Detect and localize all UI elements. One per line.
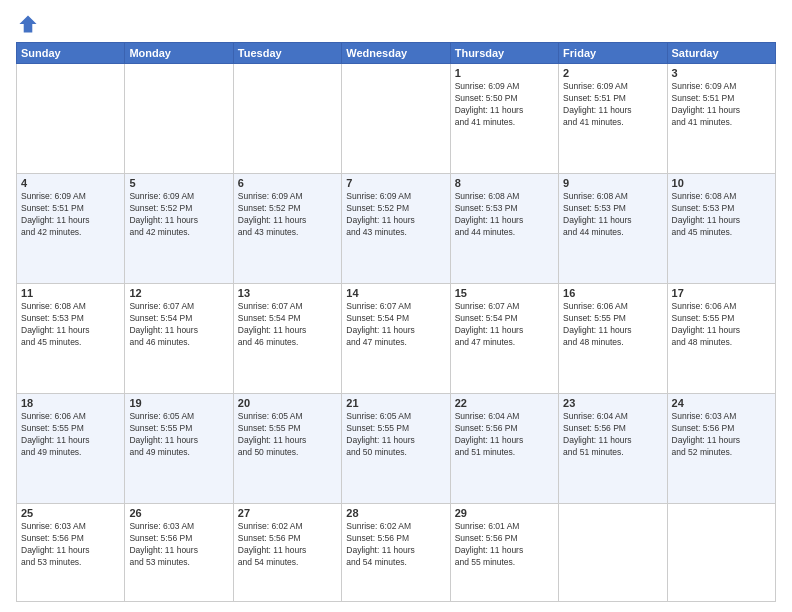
day-number: 13: [238, 287, 337, 299]
calendar-cell: [233, 64, 341, 174]
header-cell-wednesday: Wednesday: [342, 43, 450, 64]
calendar-cell: [342, 64, 450, 174]
day-number: 16: [563, 287, 662, 299]
day-info: Sunrise: 6:09 AMSunset: 5:51 PMDaylight:…: [672, 81, 771, 129]
calendar-cell: 9Sunrise: 6:08 AMSunset: 5:53 PMDaylight…: [559, 174, 667, 284]
calendar-cell: 7Sunrise: 6:09 AMSunset: 5:52 PMDaylight…: [342, 174, 450, 284]
day-number: 21: [346, 397, 445, 409]
day-info: Sunrise: 6:08 AMSunset: 5:53 PMDaylight:…: [21, 301, 120, 349]
calendar-cell: 5Sunrise: 6:09 AMSunset: 5:52 PMDaylight…: [125, 174, 233, 284]
calendar-cell: [125, 64, 233, 174]
day-number: 17: [672, 287, 771, 299]
calendar-cell: 18Sunrise: 6:06 AMSunset: 5:55 PMDayligh…: [17, 394, 125, 504]
calendar-cell: [559, 504, 667, 602]
calendar-cell: 13Sunrise: 6:07 AMSunset: 5:54 PMDayligh…: [233, 284, 341, 394]
calendar-cell: 3Sunrise: 6:09 AMSunset: 5:51 PMDaylight…: [667, 64, 775, 174]
calendar-cell: 14Sunrise: 6:07 AMSunset: 5:54 PMDayligh…: [342, 284, 450, 394]
day-info: Sunrise: 6:07 AMSunset: 5:54 PMDaylight:…: [238, 301, 337, 349]
header-cell-sunday: Sunday: [17, 43, 125, 64]
calendar-cell: 27Sunrise: 6:02 AMSunset: 5:56 PMDayligh…: [233, 504, 341, 602]
day-number: 7: [346, 177, 445, 189]
day-number: 8: [455, 177, 554, 189]
week-row-3: 18Sunrise: 6:06 AMSunset: 5:55 PMDayligh…: [17, 394, 776, 504]
day-number: 27: [238, 507, 337, 519]
calendar-cell: 19Sunrise: 6:05 AMSunset: 5:55 PMDayligh…: [125, 394, 233, 504]
day-number: 28: [346, 507, 445, 519]
calendar: SundayMondayTuesdayWednesdayThursdayFrid…: [16, 42, 776, 602]
day-info: Sunrise: 6:09 AMSunset: 5:52 PMDaylight:…: [129, 191, 228, 239]
header-cell-friday: Friday: [559, 43, 667, 64]
calendar-cell: 11Sunrise: 6:08 AMSunset: 5:53 PMDayligh…: [17, 284, 125, 394]
day-info: Sunrise: 6:08 AMSunset: 5:53 PMDaylight:…: [672, 191, 771, 239]
day-info: Sunrise: 6:09 AMSunset: 5:52 PMDaylight:…: [346, 191, 445, 239]
day-info: Sunrise: 6:03 AMSunset: 5:56 PMDaylight:…: [129, 521, 228, 569]
day-info: Sunrise: 6:07 AMSunset: 5:54 PMDaylight:…: [129, 301, 228, 349]
day-number: 2: [563, 67, 662, 79]
day-info: Sunrise: 6:07 AMSunset: 5:54 PMDaylight:…: [346, 301, 445, 349]
day-number: 29: [455, 507, 554, 519]
day-number: 11: [21, 287, 120, 299]
header-cell-monday: Monday: [125, 43, 233, 64]
calendar-body: 1Sunrise: 6:09 AMSunset: 5:50 PMDaylight…: [17, 64, 776, 602]
calendar-cell: [17, 64, 125, 174]
header-row: SundayMondayTuesdayWednesdayThursdayFrid…: [17, 43, 776, 64]
calendar-cell: 28Sunrise: 6:02 AMSunset: 5:56 PMDayligh…: [342, 504, 450, 602]
header: [16, 12, 776, 36]
day-number: 10: [672, 177, 771, 189]
day-info: Sunrise: 6:05 AMSunset: 5:55 PMDaylight:…: [129, 411, 228, 459]
week-row-2: 11Sunrise: 6:08 AMSunset: 5:53 PMDayligh…: [17, 284, 776, 394]
week-row-0: 1Sunrise: 6:09 AMSunset: 5:50 PMDaylight…: [17, 64, 776, 174]
header-cell-thursday: Thursday: [450, 43, 558, 64]
day-info: Sunrise: 6:09 AMSunset: 5:52 PMDaylight:…: [238, 191, 337, 239]
calendar-cell: 15Sunrise: 6:07 AMSunset: 5:54 PMDayligh…: [450, 284, 558, 394]
day-info: Sunrise: 6:06 AMSunset: 5:55 PMDaylight:…: [21, 411, 120, 459]
calendar-cell: 4Sunrise: 6:09 AMSunset: 5:51 PMDaylight…: [17, 174, 125, 284]
day-number: 1: [455, 67, 554, 79]
calendar-cell: 12Sunrise: 6:07 AMSunset: 5:54 PMDayligh…: [125, 284, 233, 394]
day-number: 6: [238, 177, 337, 189]
day-info: Sunrise: 6:02 AMSunset: 5:56 PMDaylight:…: [346, 521, 445, 569]
day-info: Sunrise: 6:08 AMSunset: 5:53 PMDaylight:…: [455, 191, 554, 239]
day-info: Sunrise: 6:04 AMSunset: 5:56 PMDaylight:…: [563, 411, 662, 459]
day-info: Sunrise: 6:06 AMSunset: 5:55 PMDaylight:…: [563, 301, 662, 349]
day-info: Sunrise: 6:06 AMSunset: 5:55 PMDaylight:…: [672, 301, 771, 349]
calendar-cell: 16Sunrise: 6:06 AMSunset: 5:55 PMDayligh…: [559, 284, 667, 394]
calendar-cell: 10Sunrise: 6:08 AMSunset: 5:53 PMDayligh…: [667, 174, 775, 284]
day-info: Sunrise: 6:04 AMSunset: 5:56 PMDaylight:…: [455, 411, 554, 459]
day-info: Sunrise: 6:05 AMSunset: 5:55 PMDaylight:…: [238, 411, 337, 459]
day-info: Sunrise: 6:08 AMSunset: 5:53 PMDaylight:…: [563, 191, 662, 239]
day-number: 3: [672, 67, 771, 79]
day-info: Sunrise: 6:01 AMSunset: 5:56 PMDaylight:…: [455, 521, 554, 569]
page: SundayMondayTuesdayWednesdayThursdayFrid…: [0, 0, 792, 612]
day-number: 15: [455, 287, 554, 299]
day-info: Sunrise: 6:05 AMSunset: 5:55 PMDaylight:…: [346, 411, 445, 459]
calendar-cell: 23Sunrise: 6:04 AMSunset: 5:56 PMDayligh…: [559, 394, 667, 504]
calendar-cell: 20Sunrise: 6:05 AMSunset: 5:55 PMDayligh…: [233, 394, 341, 504]
day-info: Sunrise: 6:09 AMSunset: 5:50 PMDaylight:…: [455, 81, 554, 129]
calendar-cell: 24Sunrise: 6:03 AMSunset: 5:56 PMDayligh…: [667, 394, 775, 504]
day-number: 25: [21, 507, 120, 519]
day-number: 24: [672, 397, 771, 409]
logo-icon: [16, 12, 40, 36]
day-number: 5: [129, 177, 228, 189]
calendar-cell: 6Sunrise: 6:09 AMSunset: 5:52 PMDaylight…: [233, 174, 341, 284]
day-number: 4: [21, 177, 120, 189]
day-number: 19: [129, 397, 228, 409]
day-info: Sunrise: 6:02 AMSunset: 5:56 PMDaylight:…: [238, 521, 337, 569]
day-info: Sunrise: 6:09 AMSunset: 5:51 PMDaylight:…: [21, 191, 120, 239]
calendar-cell: 21Sunrise: 6:05 AMSunset: 5:55 PMDayligh…: [342, 394, 450, 504]
day-number: 22: [455, 397, 554, 409]
day-number: 20: [238, 397, 337, 409]
day-info: Sunrise: 6:07 AMSunset: 5:54 PMDaylight:…: [455, 301, 554, 349]
calendar-header: SundayMondayTuesdayWednesdayThursdayFrid…: [17, 43, 776, 64]
day-info: Sunrise: 6:03 AMSunset: 5:56 PMDaylight:…: [672, 411, 771, 459]
calendar-cell: 1Sunrise: 6:09 AMSunset: 5:50 PMDaylight…: [450, 64, 558, 174]
day-info: Sunrise: 6:09 AMSunset: 5:51 PMDaylight:…: [563, 81, 662, 129]
day-number: 14: [346, 287, 445, 299]
calendar-cell: 17Sunrise: 6:06 AMSunset: 5:55 PMDayligh…: [667, 284, 775, 394]
week-row-4: 25Sunrise: 6:03 AMSunset: 5:56 PMDayligh…: [17, 504, 776, 602]
header-cell-tuesday: Tuesday: [233, 43, 341, 64]
day-info: Sunrise: 6:03 AMSunset: 5:56 PMDaylight:…: [21, 521, 120, 569]
day-number: 26: [129, 507, 228, 519]
day-number: 18: [21, 397, 120, 409]
